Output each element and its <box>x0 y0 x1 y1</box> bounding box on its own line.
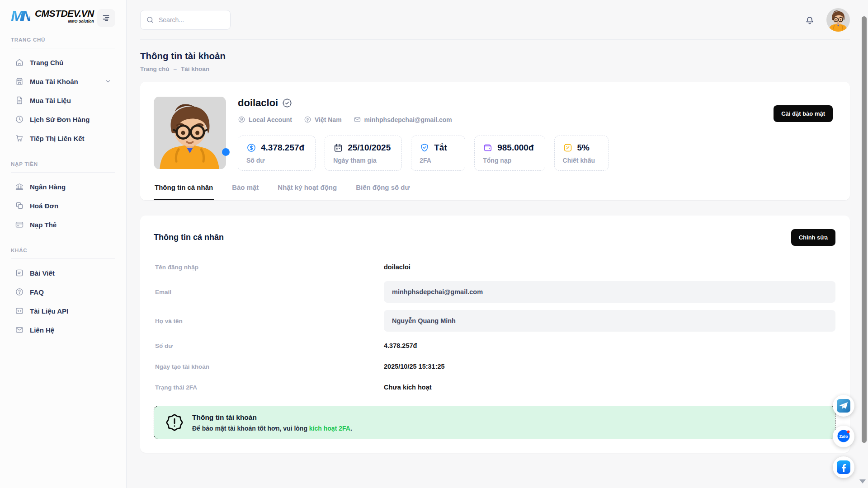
telegram-icon <box>837 399 850 413</box>
field-label: Số dư <box>155 343 384 349</box>
activate-2fa-link[interactable]: kích hoạt 2FA <box>309 425 350 432</box>
fullname-field[interactable] <box>384 310 835 332</box>
tab-thong-tin-ca-nhan[interactable]: Thông tin cá nhân <box>154 183 214 200</box>
breadcrumb-home[interactable]: Trang chủ <box>140 66 170 72</box>
sidebar-item-hoa-don[interactable]: Hoá Đơn <box>11 196 115 215</box>
alert-text-prefix: Để bảo mật tài khoản tốt hơn, vui lòng <box>192 425 309 432</box>
shield-check-icon <box>420 143 429 153</box>
bank-icon <box>15 182 24 191</box>
stat-total-deposit: 985.000đ Tổng nạp <box>474 136 545 171</box>
sidebar-item-faq[interactable]: FAQ <box>11 282 115 301</box>
profile-avatar <box>154 96 226 169</box>
cart-icon <box>15 134 24 143</box>
info-row-2fa-status: Trạng thái 2FA Chưa kích hoạt <box>154 377 835 398</box>
stat-label: Tổng nạp <box>483 157 533 164</box>
sidebar-item-label: FAQ <box>30 288 44 296</box>
sidebar-item-ngan-hang[interactable]: Ngân Hàng <box>11 177 115 196</box>
stat-value: 5% <box>577 143 590 153</box>
field-label: Tên đăng nhập <box>155 264 384 271</box>
sidebar-item-label: Mua Tài Khoản <box>30 78 78 85</box>
security-settings-button[interactable]: Cài đặt bảo mật <box>774 105 833 122</box>
wallet-icon <box>483 143 493 153</box>
sidebar-item-lien-he[interactable]: Liên Hệ <box>11 320 115 339</box>
credit-card-icon <box>15 220 24 229</box>
sidebar-item-mua-tai-lieu[interactable]: Mua Tài Liệu <box>11 91 115 110</box>
field-label: Email <box>155 289 384 296</box>
2fa-status-value: Chưa kích hoạt <box>384 384 432 391</box>
mail-icon <box>15 325 24 334</box>
profile-meta: Local Account Việt Nam minhphsdepchai@gm… <box>238 116 835 123</box>
tab-nhat-ky-hoat-dong[interactable]: Nhật ký hoạt động <box>277 183 338 200</box>
sidebar-item-bai-viet[interactable]: Bài Viết <box>11 263 115 282</box>
document-icon <box>15 96 24 105</box>
tab-bien-dong-so-du[interactable]: Biến động số dư <box>355 183 410 200</box>
percent-icon <box>563 143 573 153</box>
zalo-icon: Zalo <box>836 429 851 444</box>
field-label: Họ và tên <box>155 318 384 324</box>
divider <box>11 48 115 48</box>
alert-title: Thông tin tài khoản <box>192 413 352 422</box>
brand-logo-name: CMSTDEV.VN <box>35 8 94 19</box>
sidebar-item-label: Trang Chủ <box>30 59 63 66</box>
menu-lines-icon <box>101 13 111 23</box>
sidebar-toggle-button[interactable] <box>97 9 115 27</box>
edit-button[interactable]: Chỉnh sửa <box>791 229 835 246</box>
breadcrumb-separator: – <box>174 66 177 72</box>
stat-value: 985.000đ <box>497 143 533 153</box>
page-title: Thông tin tài khoản <box>140 51 850 61</box>
user-circle-icon <box>238 116 245 123</box>
email-field[interactable] <box>384 281 835 303</box>
sidebar-item-label: Nạp Thẻ <box>30 221 57 229</box>
alert-text: Để bảo mật tài khoản tốt hơn, vui lòng k… <box>192 425 352 432</box>
stat-label: Chiết khấu <box>563 157 597 164</box>
sidebar-item-label: Ngân Hàng <box>30 183 66 191</box>
sidebar-item-label: Tài Liệu API <box>30 307 68 315</box>
field-label: Trạng thái 2FA <box>155 384 384 391</box>
tab-bao-mat[interactable]: Bảo mật <box>231 183 259 200</box>
divider <box>11 172 115 173</box>
online-status-dot <box>222 148 230 156</box>
sidebar-item-label: Lịch Sử Đơn Hàng <box>30 116 90 123</box>
facebook-icon <box>837 460 850 474</box>
zalo-label: Zalo <box>839 434 848 439</box>
sidebar-item-tai-lieu-api[interactable]: Tài Liệu API <box>11 301 115 320</box>
profile-stats: 4.378.257đ Số dư 25/10/2025 Ngày tham gi… <box>238 136 835 171</box>
bell-icon <box>804 14 816 26</box>
sidebar: MN CMSTDEV.VN MMO Solution TRANG CHỦ Tra… <box>0 0 127 488</box>
info-row-email: Email <box>154 277 835 306</box>
user-avatar[interactable] <box>826 8 850 32</box>
alert-badge-icon <box>165 413 184 432</box>
facebook-button[interactable] <box>833 456 854 478</box>
main-content: Thông tin tài khoản Trang chủ – Tài khoả… <box>127 0 868 488</box>
sidebar-item-nap-the[interactable]: Nạp Thẻ <box>11 215 115 234</box>
sidebar-item-mua-tai-khoan[interactable]: Mua Tài Khoản <box>11 72 115 91</box>
stat-2fa: Tắt 2FA <box>411 136 465 171</box>
section-title: Thông tin cá nhân <box>154 233 224 242</box>
stat-discount: 5% Chiết khấu <box>554 136 609 171</box>
sidebar-item-label: Liên Hệ <box>30 326 54 334</box>
store-icon <box>15 77 24 86</box>
sidebar-item-lich-su-don-hang[interactable]: Lịch Sử Đơn Hàng <box>11 110 115 129</box>
username-value: doilacloi <box>384 263 410 271</box>
scroll-down-arrow-icon[interactable] <box>859 479 866 483</box>
sidebar-nav-other: Bài Viết FAQ Tài Liệu API Liên Hệ <box>11 263 115 339</box>
api-icon <box>15 306 24 315</box>
brand-logo-tagline: MMO Solution <box>35 19 94 23</box>
sidebar-section-title: NẠP TIỀN <box>11 161 115 167</box>
sidebar-item-label: Hoá Đơn <box>30 202 58 210</box>
stat-value: Tắt <box>434 143 447 153</box>
article-icon <box>15 268 24 277</box>
scrollbar-thumb[interactable] <box>862 16 867 443</box>
calendar-icon <box>333 143 343 153</box>
notifications-button[interactable] <box>804 14 816 26</box>
zalo-button[interactable]: Zalo <box>833 426 854 447</box>
info-row-balance: Số dư 4.378.257đ <box>154 335 835 356</box>
help-icon <box>15 287 24 296</box>
sidebar-item-trang-chu[interactable]: Trang Chủ <box>11 53 115 72</box>
stat-value: 25/10/2025 <box>348 143 391 153</box>
sidebar-section-title: TRANG CHỦ <box>11 37 115 42</box>
telegram-button[interactable] <box>833 395 854 417</box>
sidebar-item-tiep-thi-lien-ket[interactable]: Tiếp Thị Liên Kết <box>11 129 115 148</box>
info-row-fullname: Họ và tên <box>154 306 835 335</box>
sidebar-item-label: Bài Viết <box>30 269 55 277</box>
